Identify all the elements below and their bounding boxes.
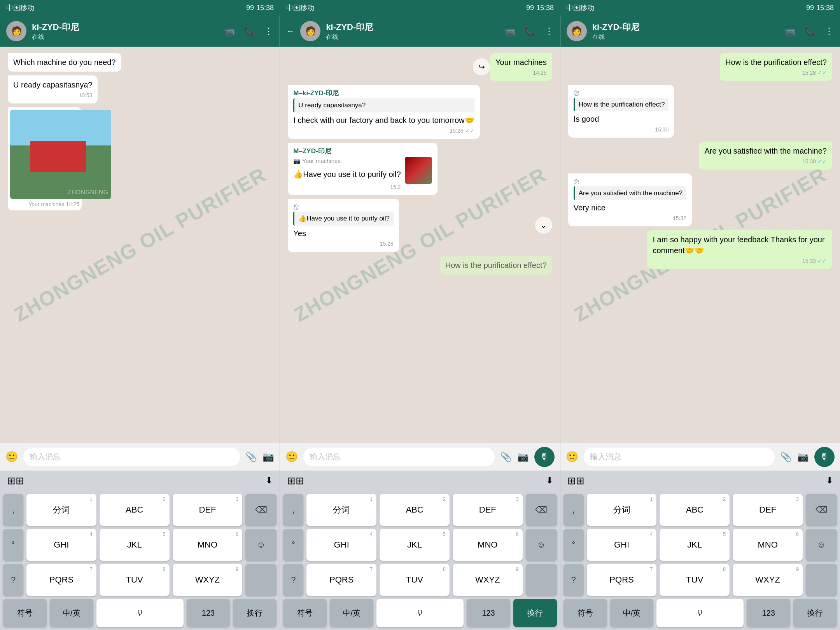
comma-key[interactable]: , [3,494,23,526]
keyboard-grid-icon-2[interactable]: ⊞⊞ [287,475,304,487]
key-jkl-3[interactable]: 5JKL [660,529,730,561]
forward-button[interactable]: ↪ [473,58,490,75]
keyboard-collapse-icon-2[interactable]: ⬇ [546,476,553,486]
mic-button-3[interactable]: 🎙 [814,447,835,467]
camera-button-3[interactable]: 📷 [797,452,809,462]
more-icon-1[interactable]: ⋮ [264,26,273,37]
key-label: 分词 [613,504,630,516]
enter-key-3[interactable]: 换行 [793,599,837,627]
enter-key[interactable]: 换行 [233,599,276,627]
key-num: 3 [796,496,799,502]
video-call-icon-3[interactable]: 📹 [784,26,796,37]
comma-key-3[interactable]: , [564,494,584,526]
keyboard-grid-icon-1[interactable]: ⊞⊞ [7,475,24,487]
emoji-key[interactable]: ☺ [245,529,276,561]
key-num: 9 [236,566,238,572]
key-fenci-2[interactable]: 1分词 [306,494,376,526]
key-ghi[interactable]: 4GHI [26,529,96,561]
msg-row: ↪ Your machines 14:25 [288,53,552,81]
key-def[interactable]: 3DEF [173,494,243,526]
phone-icon-2[interactable]: 📞 [524,26,536,37]
dot-key-2[interactable]: ° [283,529,303,561]
key-jkl-2[interactable]: 5JKL [380,529,450,561]
dot-key-3[interactable]: ° [564,529,584,561]
key-abc-3[interactable]: 2ABC [660,494,730,526]
key-tuv[interactable]: 8TUV [100,564,170,596]
message-input-1[interactable]: 输入消息 [23,448,240,466]
attach-button-3[interactable]: 📎 [780,452,792,462]
comma-key-2[interactable]: , [283,494,303,526]
camera-button-2[interactable]: 📷 [517,452,529,462]
more-icon-2[interactable]: ⋮ [544,26,554,37]
backspace-key-3[interactable]: ⌫ [806,494,837,526]
back-button-2[interactable]: ← [286,26,295,36]
keyboard-collapse-icon-1[interactable]: ⬇ [266,476,273,486]
key-wxyz-3[interactable]: 9WXYZ [733,564,803,596]
num-key-3[interactable]: 123 [747,599,790,627]
video-call-icon-1[interactable]: 📹 [224,26,235,37]
key-pqrs[interactable]: 7PQRS [26,564,96,596]
backspace-key[interactable]: ⌫ [245,494,276,526]
symbol-key-3[interactable]: 符号 [564,599,607,627]
msg-row: M–ki-ZYD-印尼 U ready capasitasnya? I chec… [288,85,552,139]
symbol-key[interactable]: 符号 [3,599,47,627]
key-abc[interactable]: 2ABC [100,494,170,526]
emoji-button-3[interactable]: 🙂 [566,451,578,463]
phone-icon-1[interactable]: 📞 [244,26,256,37]
key-abc-2[interactable]: 2ABC [380,494,450,526]
extra-key-3[interactable] [806,564,837,596]
key-ghi-2[interactable]: 4GHI [306,529,376,561]
msg-time: 14:25 [533,69,547,77]
key-ghi-3[interactable]: 4GHI [587,529,657,561]
key-tuv-2[interactable]: 8TUV [380,564,450,596]
key-mno-3[interactable]: 6MNO [733,529,803,561]
key-def-3[interactable]: 3DEF [733,494,803,526]
key-mno-2[interactable]: 6MNO [453,529,523,561]
keyboard-grid-icon-3[interactable]: ⊞⊞ [567,475,584,487]
chat-area-1: ZHONGNENG OIL PURIFIER Which machine do … [0,47,280,443]
scroll-down-button[interactable]: ⌄ [535,217,552,234]
key-fenci[interactable]: 1分词 [26,494,96,526]
emoji-button-1[interactable]: 🙂 [5,451,18,463]
chinese-key[interactable]: 中/英 [50,599,93,627]
emoji-key-3[interactable]: ☺ [806,529,837,561]
backspace-key-2[interactable]: ⌫ [526,494,557,526]
enter-key-2[interactable]: 换行 [513,599,557,627]
key-wxyz-2[interactable]: 9WXYZ [453,564,523,596]
more-icon-3[interactable]: ⋮ [824,26,834,37]
dot-key[interactable]: ° [3,529,23,561]
emoji-key-2[interactable]: ☺ [526,529,557,561]
attach-button-1[interactable]: 📎 [245,452,257,462]
key-mno[interactable]: 6MNO [173,529,243,561]
question-key-3[interactable]: ? [564,564,584,596]
key-def-2[interactable]: 3DEF [453,494,523,526]
chinese-key-3[interactable]: 中/英 [610,599,654,627]
key-fenci-3[interactable]: 1分词 [587,494,657,526]
key-jkl[interactable]: 5JKL [100,529,170,561]
extra-key-2[interactable] [526,564,557,596]
message-input-3[interactable]: 输入消息 [584,448,775,466]
key-pqrs-2[interactable]: 7PQRS [306,564,376,596]
num-key-2[interactable]: 123 [467,599,510,627]
emoji-button-2[interactable]: 🙂 [285,451,298,463]
num-key[interactable]: 123 [187,599,230,627]
camera-button-1[interactable]: 📷 [262,452,274,462]
msg-row: How is the purification effect? 15:28 ✓✓ [568,53,832,81]
key-tuv-3[interactable]: 8TUV [660,564,730,596]
mic-button-2[interactable]: 🎙 [534,447,555,467]
symbol-key-2[interactable]: 符号 [283,599,327,627]
question-key-2[interactable]: ? [283,564,303,596]
key-wxyz[interactable]: 9WXYZ [173,564,243,596]
message-input-2[interactable]: 输入消息 [303,448,494,466]
extra-key[interactable] [245,564,276,596]
attach-button-2[interactable]: 📎 [500,452,512,462]
space-key-2[interactable]: 🎙 [376,599,464,627]
question-key[interactable]: ? [3,564,23,596]
keyboard-collapse-icon-3[interactable]: ⬇ [826,476,833,486]
space-key-3[interactable]: 🎙 [656,599,744,627]
video-call-icon-2[interactable]: 📹 [504,26,516,37]
chinese-key-2[interactable]: 中/英 [330,599,373,627]
phone-icon-3[interactable]: 📞 [804,26,816,37]
key-pqrs-3[interactable]: 7PQRS [587,564,657,596]
space-key[interactable]: 🎙 [96,599,184,627]
